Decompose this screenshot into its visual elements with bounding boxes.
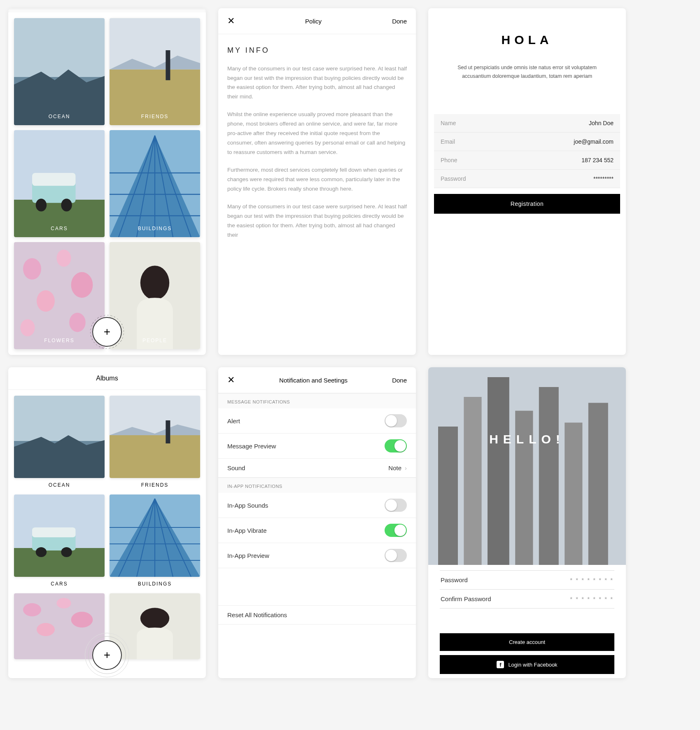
header: ✕ Notification and Seetings Done	[218, 367, 416, 393]
svg-rect-47	[588, 403, 608, 565]
album-card-ocean[interactable]: OCEAN	[14, 18, 105, 125]
add-button[interactable]: +	[92, 640, 122, 670]
svg-rect-24	[110, 435, 200, 478]
inapp-preview-toggle[interactable]	[385, 549, 407, 562]
preview-row: Message Preview	[218, 434, 416, 459]
album-card-friends[interactable]: FRIENDS	[110, 18, 200, 125]
inapp-preview-row: In-App Preview	[218, 543, 416, 568]
header: ✕ Policy Done	[218, 8, 416, 34]
buildings-thumb	[110, 130, 200, 237]
close-icon[interactable]: ✕	[227, 16, 235, 26]
inapp-sounds-row: In-App Sounds	[218, 493, 416, 518]
svg-point-18	[20, 319, 35, 336]
album-card-buildings[interactable]: BUILDINGS	[110, 494, 200, 588]
inapp-vibrate-row: In-App Vibrate	[218, 518, 416, 543]
registration-button[interactable]: Registration	[434, 194, 620, 214]
sound-row[interactable]: SoundNote›	[218, 459, 416, 478]
svg-rect-0	[14, 18, 105, 77]
cars-thumb	[14, 494, 105, 577]
page-title: Albums	[8, 367, 206, 390]
svg-point-34	[23, 603, 41, 616]
album-label: FRIENDS	[110, 114, 200, 119]
album-label: OCEAN	[14, 478, 105, 490]
svg-point-20	[140, 266, 169, 300]
svg-rect-46	[565, 422, 582, 565]
done-button[interactable]: Done	[392, 18, 407, 25]
paragraph: Whilst the online experience usually pro…	[227, 110, 407, 157]
album-label: FRIENDS	[110, 478, 200, 490]
svg-rect-6	[14, 200, 105, 237]
email-field[interactable]: Emailjoe@gmail.com	[434, 133, 620, 151]
svg-rect-45	[539, 387, 559, 565]
svg-point-14	[56, 250, 71, 267]
hero-title: HELLO!	[489, 432, 565, 446]
city-backdrop	[428, 367, 626, 565]
svg-rect-43	[488, 377, 509, 565]
svg-rect-42	[464, 397, 481, 565]
screen-albums-under: Albums OCEAN FRIENDS CARS BUILDINGS +	[8, 367, 206, 678]
page-title: Policy	[305, 18, 322, 25]
name-field[interactable]: NameJohn Doe	[434, 114, 620, 133]
ocean-thumb	[14, 396, 105, 478]
confirm-password-field[interactable]: Confirm Password* * * * * * * *	[440, 590, 614, 609]
create-account-button[interactable]: Create account	[440, 633, 614, 651]
cars-thumb	[14, 130, 105, 237]
svg-rect-4	[166, 50, 170, 80]
friends-thumb	[110, 18, 200, 125]
album-card-buildings[interactable]: BUILDINGS	[110, 130, 200, 237]
reset-row[interactable]: Reset All Notifications	[218, 605, 416, 625]
paragraph: Furthermore, most direct services comple…	[227, 166, 407, 194]
album-label: OCEAN	[14, 114, 105, 119]
section-header: MESSAGE NOTIFICATIONS	[218, 393, 416, 408]
section-heading: MY INFO	[227, 44, 407, 57]
album-card-ocean[interactable]: OCEAN	[14, 396, 105, 490]
inapp-vibrate-toggle[interactable]	[385, 524, 407, 537]
album-card-friends[interactable]: FRIENDS	[110, 396, 200, 490]
facebook-icon: f	[497, 661, 504, 668]
section-header: IN-APP NOTIFICATIONS	[218, 478, 416, 493]
svg-point-37	[37, 623, 55, 636]
subtitle: Sed ut perspiciatis unde omnis iste natu…	[428, 63, 626, 114]
chevron-right-icon: ›	[405, 464, 407, 471]
svg-point-16	[37, 290, 55, 312]
svg-point-30	[36, 547, 47, 557]
album-label: CARS	[14, 577, 105, 588]
svg-rect-41	[438, 427, 458, 565]
alert-row: Alert	[218, 408, 416, 434]
alert-toggle[interactable]	[385, 414, 407, 427]
svg-point-10	[61, 198, 72, 211]
status-sliver	[8, 8, 206, 12]
close-icon[interactable]: ✕	[227, 375, 235, 385]
done-button[interactable]: Done	[392, 377, 407, 384]
svg-rect-25	[166, 420, 170, 443]
friends-thumb	[110, 396, 200, 478]
add-button[interactable]: +	[92, 317, 122, 347]
preview-toggle[interactable]	[385, 439, 407, 452]
logo-title: HOLA	[428, 8, 626, 63]
svg-rect-27	[14, 548, 105, 577]
svg-rect-8	[32, 173, 76, 186]
facebook-login-button[interactable]: fLogin with Facebook	[440, 655, 614, 674]
ocean-thumb	[14, 18, 105, 125]
svg-rect-21	[14, 396, 105, 441]
album-label: BUILDINGS	[110, 226, 200, 231]
album-label: CARS	[14, 226, 105, 231]
policy-body: MY INFO Many of the consumers in our tes…	[218, 34, 416, 258]
svg-rect-29	[32, 527, 76, 537]
album-grid: OCEAN FRIENDS CARS BUILDINGS	[8, 390, 206, 665]
album-card-cars[interactable]: CARS	[14, 130, 105, 237]
paragraph: Many of the consumers in our test case w…	[227, 64, 407, 102]
phone-field[interactable]: Phone187 234 552	[434, 151, 620, 170]
svg-point-36	[71, 612, 93, 627]
svg-point-15	[71, 272, 93, 298]
password-field[interactable]: Password* * * * * * * *	[440, 571, 614, 590]
screen-policy: ✕ Policy Done MY INFO Many of the consum…	[218, 8, 416, 355]
hero: HELLO!	[428, 367, 626, 511]
svg-point-17	[69, 313, 86, 332]
screen-hello: HELLO! Sign Up Sign In Emailjohn@gmail.c…	[428, 367, 626, 678]
password-field[interactable]: Password*********	[434, 170, 620, 188]
paragraph: Many of the consumers in our test case w…	[227, 202, 407, 240]
inapp-sounds-toggle[interactable]	[385, 499, 407, 512]
page-title: Notification and Seetings	[279, 377, 348, 384]
album-card-cars[interactable]: CARS	[14, 494, 105, 588]
